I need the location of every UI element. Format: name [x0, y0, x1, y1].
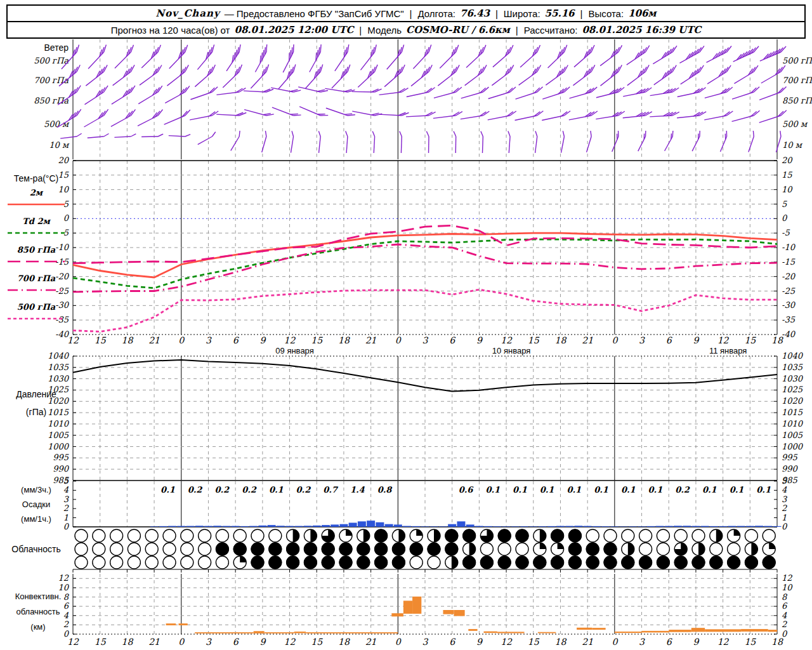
cloud-cover-fill: [357, 543, 370, 555]
pressure-ytick-right: 1015: [782, 408, 803, 417]
wind-barb-staff: [677, 116, 700, 118]
wind-level-label-left: 500 м: [44, 119, 70, 129]
cloud-cover-circle: [216, 556, 228, 569]
temp-ytick-left: -35: [55, 315, 69, 324]
cloud-cover-fill: [363, 529, 370, 542]
wind-barb-staff: [140, 72, 158, 85]
wind-barb-feather: [348, 44, 349, 52]
precip-1h-bar: [620, 526, 628, 527]
conv-title-1: Конвективн.: [15, 592, 62, 601]
wind-barb-feather: [265, 131, 266, 136]
cloud-cover-fill: [769, 543, 775, 549]
wind-barb-staff: [310, 52, 320, 72]
precip-1h-bar: [150, 526, 159, 527]
wind-level-label-right: 500 м: [782, 119, 808, 129]
meteogram-chart: Ветер500 гПа500 гПа700 гПа700 гПа850 гПа…: [0, 0, 812, 650]
cloud-cover-circle: [93, 556, 105, 569]
precip-1h-bar: [403, 526, 411, 527]
temp-legend-label: Td 2м: [22, 216, 51, 226]
temp-ytick-right: -35: [782, 315, 796, 324]
wind-barb-staff: [438, 72, 455, 86]
wind-barb-staff: [319, 136, 321, 153]
conv-cloud-bar: [403, 600, 412, 613]
cloud-cover-circle: [110, 543, 123, 555]
precip-1h-bar: [412, 526, 420, 527]
cloud-cover-circle: [728, 543, 740, 555]
wind-barb-staff: [734, 72, 754, 84]
hour-label-bottom: 12: [717, 637, 730, 647]
cloud-cover-fill: [375, 543, 388, 555]
precip-1h-bar: [701, 526, 709, 527]
cloud-cover-circle: [516, 543, 528, 555]
wind-level-label-right: 10 м: [782, 140, 803, 150]
hour-label: 18: [121, 335, 133, 345]
precip-3h-value: 0.1: [566, 485, 581, 494]
wind-barb-feather: [262, 53, 263, 60]
pressure-ytick-right: 1025: [782, 385, 803, 394]
precip-1h-bar: [520, 526, 528, 527]
cloud-cover-fill: [216, 543, 228, 555]
wind-level-label-right: 700 гПа: [782, 76, 812, 85]
hour-label-bottom: 18: [121, 637, 133, 647]
precip-1h-bar: [584, 526, 592, 527]
hour-label-bottom: 15: [744, 637, 756, 647]
wind-barb-staff: [335, 52, 348, 71]
precip-1h-bar: [331, 524, 339, 527]
cloud-cover-fill: [322, 556, 334, 569]
precip-3h-value: 0.1: [485, 485, 500, 494]
temp-ytick-right: 0: [782, 213, 788, 223]
conv-ytick-left: 6: [63, 601, 70, 611]
wind-barb-staff: [627, 72, 646, 86]
wind-barb-staff: [546, 72, 564, 85]
cloud-cover-circle: [163, 529, 176, 542]
temp-ytick-left: -15: [55, 257, 69, 267]
conv-cloud-bar: [306, 632, 398, 633]
wind-barb-staff: [542, 92, 564, 99]
conv-cloud-bar: [592, 628, 605, 630]
hour-label: 18: [771, 335, 783, 345]
precip-1h-bar: [737, 526, 745, 527]
cloud-cover-fill: [322, 543, 334, 555]
wind-barb-staff: [88, 52, 104, 69]
wind-barb-staff: [216, 92, 239, 95]
cloud-cover-fill: [463, 556, 476, 569]
hour-label-bottom: 6: [449, 637, 455, 647]
temp-ytick-left: -20: [55, 272, 70, 281]
cloud-cover-fill: [304, 543, 317, 555]
precip-ytick-left: 4: [63, 485, 69, 494]
wind-barb-staff: [167, 72, 185, 86]
pressure-ytick-right: 1010: [782, 419, 804, 428]
wind-barb-staff: [138, 116, 158, 126]
temp-legend-label: 850 гПа: [17, 245, 56, 255]
wind-barb-feather: [348, 115, 355, 116]
temp-ytick-right: -20: [782, 272, 796, 281]
cloud-cover-fill: [516, 556, 528, 569]
temp-ytick-right: -10: [782, 242, 796, 252]
hour-label-bottom: 6: [233, 637, 239, 647]
wind-level-label-left: 500 гПа: [34, 56, 69, 65]
pressure-ytick-right: 1020: [782, 396, 804, 406]
wind-barb-staff: [352, 91, 375, 92]
precip-1h-bar: [421, 526, 429, 527]
cloud-cover-fill: [763, 556, 775, 569]
precip-1h-bar: [294, 526, 303, 527]
wind-barb-staff: [115, 52, 131, 68]
hour-label: 15: [528, 335, 540, 345]
wind-barb-staff: [587, 136, 592, 152]
wind-barb-staff: [114, 136, 131, 137]
cloud-cover-fill: [674, 556, 687, 569]
wind-barb-feather: [131, 134, 136, 136]
precip-3h-value: 1.4: [350, 485, 365, 494]
cloud-cover-fill: [233, 543, 246, 555]
wind-barb-staff: [406, 116, 429, 117]
precip-1h-bar: [159, 526, 167, 527]
wind-barb-staff: [654, 72, 672, 85]
conv-cloud-bar: [468, 629, 477, 631]
cloud-cover-fill: [480, 556, 493, 569]
hour-label-bottom: 18: [338, 637, 350, 647]
wind-barb-staff: [488, 116, 510, 120]
conv-cloud-bar: [642, 631, 669, 633]
precip-ytick-right: 0: [782, 522, 788, 531]
cloud-cover-circle: [745, 529, 757, 542]
cloud-cover-fill: [410, 543, 422, 555]
